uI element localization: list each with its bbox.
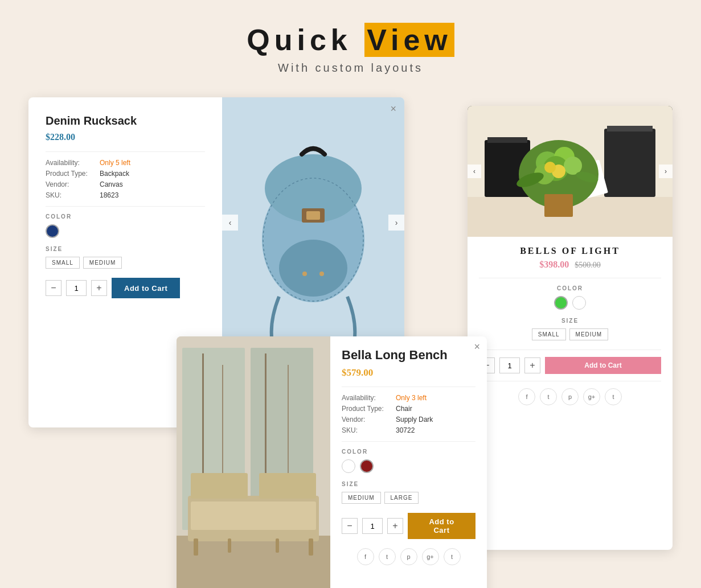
card2-sku-label: SKU: [342, 426, 396, 434]
card3-divider1 [479, 278, 661, 278]
card3-qty-input[interactable] [499, 357, 520, 373]
card1-price: $228.00 [46, 132, 205, 142]
card2-sku-row: SKU: 30722 [342, 426, 475, 434]
card3-swatch-green[interactable] [554, 296, 568, 310]
card3-price-row: $398.00 $500.00 [479, 260, 661, 270]
card3-pinterest-icon[interactable]: p [561, 388, 579, 405]
card2-vendor-label: Vendor: [342, 416, 396, 423]
card2-size-medium[interactable]: MEDIUM [342, 492, 381, 504]
card2-divider2 [342, 441, 475, 442]
card2-size-large[interactable]: LARGE [384, 492, 419, 504]
card1-color-swatch-navy[interactable] [46, 224, 59, 238]
card3-twitter-icon[interactable]: t [540, 388, 557, 405]
card2-add-to-cart-button[interactable]: Add to Cart [408, 513, 475, 539]
card2-twitter-icon[interactable]: t [379, 548, 396, 565]
card3-social-icons: f t p g+ t [479, 388, 661, 405]
card3-info-panel: BELLS OF LIGHT $398.00 $500.00 COLOR SIZ… [468, 237, 673, 414]
card1-add-to-cart-button[interactable]: Add to Cart [112, 278, 180, 298]
card3-next-button[interactable]: › [659, 165, 673, 178]
card3-product-image [468, 106, 673, 237]
card3-original-price: $500.00 [575, 261, 601, 269]
card3-size-small[interactable]: SMALL [532, 328, 566, 340]
card3-prev-button[interactable]: ‹ [468, 165, 481, 178]
card3-qty-increase[interactable]: + [524, 357, 540, 373]
card2-info-panel: × Bella Long Bench $579.00 Availability:… [330, 336, 487, 588]
card3-facebook-icon[interactable]: f [518, 388, 535, 405]
svg-rect-42 [228, 538, 231, 553]
svg-rect-4 [306, 211, 320, 220]
card1-backpack-image [222, 97, 404, 348]
card2-product-name: Bella Long Bench [342, 348, 475, 363]
svg-rect-43 [276, 538, 279, 553]
card1-sku-value: 18623 [100, 191, 118, 199]
card1-type-value: Backpack [100, 170, 129, 178]
card2-tumblr-icon[interactable]: t [444, 548, 461, 565]
card3-divider3 [479, 381, 661, 381]
card1-qty-increase[interactable]: + [91, 280, 107, 296]
card3-size-options: SMALL MEDIUM [479, 328, 661, 340]
card3-tumblr-icon[interactable]: t [605, 388, 622, 405]
card2-facebook-icon[interactable]: f [357, 548, 374, 565]
card1-prev-button[interactable]: ‹ [222, 215, 238, 231]
svg-rect-13 [604, 129, 655, 197]
card2-pinterest-icon[interactable]: p [400, 548, 417, 565]
card2-qty-increase[interactable]: + [387, 518, 403, 534]
header-subtitle: With custom layouts [17, 61, 684, 75]
card2-availability-value: Only 3 left [396, 394, 427, 402]
card2-qty-decrease[interactable]: − [342, 518, 358, 534]
card2-size-options: MEDIUM LARGE [342, 492, 475, 504]
card2-swatch-white[interactable] [342, 459, 355, 473]
title-part1: Quick [247, 23, 352, 56]
card2-social-icons: f t p g+ t [342, 548, 475, 565]
page-title: Quick View [247, 23, 454, 57]
card2-qty-input[interactable] [362, 518, 383, 534]
svg-rect-35 [177, 536, 330, 588]
card1-size-small[interactable]: SMALL [46, 257, 80, 269]
card1-size-medium[interactable]: MEDIUM [83, 257, 122, 269]
card1-size-options: SMALL MEDIUM [46, 257, 205, 269]
svg-rect-38 [191, 473, 248, 499]
svg-rect-37 [191, 501, 316, 530]
card2-image-area [177, 336, 330, 588]
card1-qty-row: − + Add to Cart [46, 278, 205, 298]
card2-type-value: Chair [396, 405, 412, 413]
card1-qty-input[interactable] [66, 280, 87, 296]
svg-rect-40 [194, 538, 198, 556]
card1-color-swatches [46, 224, 205, 238]
card1-type-row: Product Type: Backpack [46, 170, 205, 178]
card3-size-medium[interactable]: MEDIUM [569, 328, 609, 340]
svg-point-8 [319, 272, 324, 276]
svg-rect-24 [544, 194, 573, 217]
card3-add-to-cart-button[interactable]: Add to Cart [545, 357, 661, 374]
card1-availability-label: Availability: [46, 159, 100, 167]
card2-type-row: Product Type: Chair [342, 405, 475, 413]
page-background: Quick View With custom layouts × Denim R… [0, 0, 701, 588]
card1-next-button[interactable]: › [388, 215, 404, 231]
card2-price: $579.00 [342, 367, 475, 379]
card3-googleplus-icon[interactable]: g+ [583, 388, 600, 405]
card3-swatch-white[interactable] [572, 296, 586, 310]
card3-price: $398.00 [539, 260, 569, 269]
card3-qty-row: − + Add to Cart [479, 357, 661, 374]
card3-size-label: SIZE [479, 318, 661, 324]
card1-vendor-row: Vendor: Canvas [46, 180, 205, 188]
card2-swatch-red[interactable] [360, 459, 374, 473]
card1-vendor-value: Canvas [100, 180, 123, 188]
close-button-card2[interactable]: × [474, 341, 480, 353]
card2-googleplus-icon[interactable]: g+ [422, 548, 439, 565]
title-highlight: View [364, 23, 454, 57]
card2-product-image [177, 336, 330, 588]
card1-qty-decrease[interactable]: − [46, 280, 62, 296]
svg-rect-14 [607, 126, 653, 131]
card1-availability-value: Only 5 left [100, 159, 130, 167]
card3-image-area: ‹ [468, 106, 673, 237]
svg-rect-12 [487, 137, 527, 143]
header: Quick View With custom layouts [17, 23, 684, 75]
close-button-card1[interactable]: × [390, 103, 396, 115]
svg-rect-39 [259, 473, 316, 499]
card1-divider1 [46, 151, 205, 152]
card1-size-label: SIZE [46, 246, 205, 252]
card-bells-of-light: ‹ [468, 106, 673, 550]
card2-availability-row: Availability: Only 3 left [342, 394, 475, 402]
card3-color-label: COLOR [479, 285, 661, 291]
